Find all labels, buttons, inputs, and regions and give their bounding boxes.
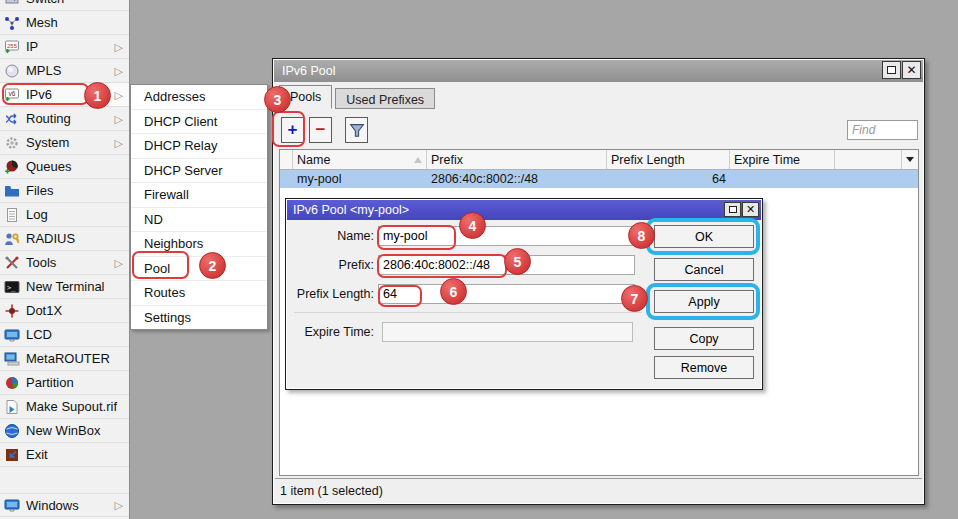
sidebar-item-lcd[interactable]: LCD: [0, 323, 129, 347]
table-row[interactable]: my-pool 2806:40c:8002::/48 64: [280, 170, 918, 188]
add-button[interactable]: +: [281, 117, 304, 143]
name-field-label: Name:: [286, 229, 378, 243]
plus-icon: +: [288, 120, 298, 140]
submenu-item-pool[interactable]: Pool: [131, 257, 267, 282]
column-label: Name: [297, 153, 330, 167]
remove-button[interactable]: −: [309, 117, 332, 143]
sidebar-item-label: New Terminal: [26, 279, 105, 294]
cancel-button[interactable]: Cancel: [654, 258, 754, 281]
sidebar-item-queues[interactable]: Queues: [0, 155, 129, 179]
find-input[interactable]: [847, 120, 918, 140]
maximize-button[interactable]: [724, 202, 741, 217]
submenu-item-dhcp-server[interactable]: DHCP Server: [131, 159, 267, 184]
sidebar-item-exit[interactable]: Exit: [0, 443, 129, 467]
sidebar-item-partition[interactable]: Partition: [0, 371, 129, 395]
sidebar-item-radius[interactable]: RADIUS: [0, 227, 129, 251]
remove-button[interactable]: Remove: [654, 356, 754, 379]
submenu-item-dhcp-client[interactable]: DHCP Client: [131, 110, 267, 135]
sidebar-item-files[interactable]: Files: [0, 179, 129, 203]
column-header-expire-time[interactable]: Expire Time: [730, 150, 835, 169]
tab-label: Pools: [290, 90, 321, 104]
sidebar-item-ip[interactable]: 255 IP ▷: [0, 35, 129, 59]
submenu-item-nd[interactable]: ND: [131, 208, 267, 233]
gear-icon: [4, 135, 20, 151]
column-header-name[interactable]: Name: [293, 150, 427, 169]
expire-time-field[interactable]: [382, 322, 633, 342]
maximize-icon: [729, 206, 737, 213]
sidebar-item-mesh[interactable]: Mesh: [0, 11, 129, 35]
sidebar-item-label: LCD: [26, 327, 52, 342]
mesh-icon: [4, 15, 20, 31]
submenu-item-addresses[interactable]: Addresses: [131, 85, 267, 110]
submenu-item-routes[interactable]: Routes: [131, 281, 267, 306]
sidebar-item-metarouter[interactable]: MetaROUTER: [0, 347, 129, 371]
name-field[interactable]: [378, 226, 635, 246]
sidebar-item-windows[interactable]: Windows ▷: [0, 493, 129, 517]
apply-button[interactable]: Apply: [654, 290, 754, 313]
tab-used-prefixes[interactable]: Used Prefixes: [335, 88, 435, 109]
ip-icon: 255: [4, 39, 20, 55]
submenu-item-label: Neighbors: [144, 236, 203, 251]
dialog-controls: ✕: [724, 202, 759, 217]
ipv6-icon: v6: [4, 87, 20, 103]
sidebar-item-label: Switch: [26, 0, 64, 6]
prefix-field[interactable]: [378, 255, 635, 275]
submenu-item-firewall[interactable]: Firewall: [131, 183, 267, 208]
sidebar-item-label: IP: [26, 39, 38, 54]
sidebar-item-label: Partition: [26, 375, 74, 390]
sidebar-item-log[interactable]: Log: [0, 203, 129, 227]
sort-ascending-icon: [414, 157, 422, 163]
minus-icon: −: [316, 120, 326, 140]
submenu-item-label: DHCP Client: [144, 114, 217, 129]
copy-button[interactable]: Copy: [654, 327, 754, 350]
close-button[interactable]: ✕: [902, 61, 921, 79]
sidebar-item-new-winbox[interactable]: New WinBox: [0, 419, 129, 443]
sidebar-item-new-terminal[interactable]: >_ New Terminal: [0, 275, 129, 299]
prefix-length-field[interactable]: [378, 284, 635, 304]
filter-button[interactable]: [345, 117, 368, 143]
submenu-item-label: ND: [144, 212, 163, 227]
sidebar-item-system[interactable]: System ▷: [0, 131, 129, 155]
status-column-header[interactable]: [280, 150, 293, 169]
sidebar-item-label: IPv6: [26, 87, 52, 102]
desktop: Switch Mesh 255 IP ▷ MPLS ▷ v6: [0, 0, 958, 519]
sidebar-item-label: Routing: [26, 111, 71, 126]
maximize-button[interactable]: [882, 61, 901, 79]
submenu-arrow-icon: ▷: [115, 257, 123, 268]
window-titlebar[interactable]: IPv6 Pool: [274, 60, 923, 82]
svg-text:>_: >_: [7, 283, 16, 291]
sidebar-item-dot1x[interactable]: Dot1X: [0, 299, 129, 323]
sidebar-item-switch[interactable]: Switch: [0, 0, 129, 11]
sidebar-item-tools[interactable]: Tools ▷: [0, 251, 129, 275]
column-select-button[interactable]: [902, 150, 918, 169]
submenu-item-neighbors[interactable]: Neighbors: [131, 232, 267, 257]
close-button[interactable]: ✕: [742, 202, 759, 217]
sidebar-item-routing[interactable]: Routing ▷: [0, 107, 129, 131]
switch-icon: [4, 0, 20, 7]
column-header-prefix-length[interactable]: Prefix Length: [607, 150, 730, 169]
sidebar-item-label: System: [26, 135, 69, 150]
submenu-item-label: Routes: [144, 285, 185, 300]
sidebar-item-ipv6[interactable]: v6 IPv6 ▷: [0, 83, 129, 107]
log-icon: [4, 207, 20, 223]
sidebar-item-mpls[interactable]: MPLS ▷: [0, 59, 129, 83]
dialog-titlebar[interactable]: IPv6 Pool <my-pool>: [287, 200, 761, 220]
submenu-arrow-icon: ▷: [115, 65, 123, 76]
prefix-field-label: Prefix:: [286, 258, 378, 272]
sidebar-item-label: RADIUS: [26, 231, 75, 246]
sidebar-item-label: Queues: [26, 159, 72, 174]
submenu-item-dhcp-relay[interactable]: DHCP Relay: [131, 134, 267, 159]
tab-pools[interactable]: Pools: [279, 85, 332, 109]
column-header-prefix[interactable]: Prefix: [427, 150, 607, 169]
ok-button[interactable]: OK: [654, 225, 754, 248]
submenu-item-label: Settings: [144, 310, 191, 325]
submenu-item-settings[interactable]: Settings: [131, 306, 267, 330]
field-divider: [294, 312, 642, 313]
tab-bar: Pools Used Prefixes: [279, 85, 435, 109]
sidebar-item-label: Log: [26, 207, 48, 222]
submenu-arrow-icon: ▷: [115, 89, 123, 100]
prefix-length-field-label: Prefix Length:: [286, 287, 378, 301]
dot1x-icon: [4, 303, 20, 319]
sidebar-item-make-supout[interactable]: Make Supout.rif: [0, 395, 129, 419]
lcd-icon: [4, 327, 20, 343]
